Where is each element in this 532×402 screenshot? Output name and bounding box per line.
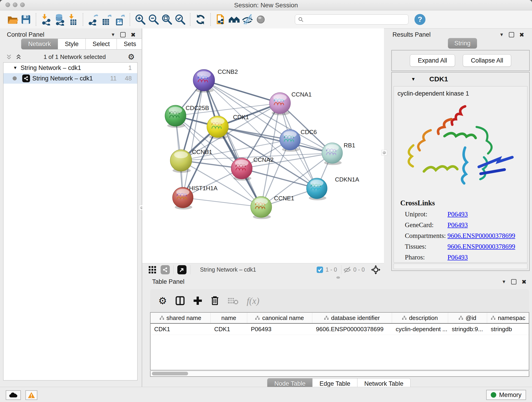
hidden-eye-slash-icon[interactable] bbox=[343, 266, 351, 273]
show-graphics-details-button[interactable] bbox=[228, 13, 241, 26]
close-panel-icon[interactable]: ✖ bbox=[521, 279, 526, 285]
zoom-selected-button[interactable] bbox=[173, 13, 187, 26]
show-columns-icon[interactable] bbox=[175, 296, 185, 306]
table-cell[interactable]: P06493 bbox=[247, 324, 312, 335]
column-header-name[interactable]: name bbox=[210, 313, 247, 323]
save-session-button[interactable] bbox=[19, 13, 32, 26]
hscrollbar-thumb[interactable] bbox=[152, 372, 188, 375]
close-panel-icon[interactable]: ✖ bbox=[519, 32, 524, 38]
network-edge[interactable] bbox=[183, 198, 261, 207]
network-svg[interactable]: CCNB2CCNA1CDC25BCDK1CDC6RB1CCNB1CCNA2CDK… bbox=[142, 28, 384, 263]
import-table-file-button[interactable] bbox=[66, 13, 80, 26]
selected-checkbox-icon[interactable] bbox=[317, 266, 323, 273]
function-builder-icon[interactable]: f(x) bbox=[247, 295, 260, 306]
cloud-status-button[interactable] bbox=[6, 390, 21, 400]
float-panel-icon[interactable] bbox=[120, 32, 126, 37]
export-image-button[interactable] bbox=[113, 13, 127, 26]
show-all-button[interactable] bbox=[254, 13, 267, 26]
birds-eye-view-icon[interactable] bbox=[371, 265, 381, 275]
crosslink-link[interactable]: 9606.ENSP00000378699 bbox=[447, 232, 515, 240]
delete-column-icon[interactable] bbox=[210, 296, 219, 306]
zoom-fit-button[interactable] bbox=[160, 13, 173, 26]
export-network-button[interactable] bbox=[87, 13, 100, 26]
network-node-CCNA1[interactable] bbox=[269, 93, 291, 115]
network-collection-row[interactable]: ▼ String Network – cdk1 1 bbox=[3, 63, 137, 73]
title-bar: Session: New Session bbox=[0, 0, 532, 10]
grid-view-icon[interactable] bbox=[148, 266, 157, 274]
column-header--id[interactable]: @id bbox=[448, 313, 487, 323]
table-cell[interactable]: stringdb bbox=[487, 324, 529, 335]
network-node-CCNA2[interactable] bbox=[231, 158, 252, 181]
refresh-view-button[interactable] bbox=[194, 13, 207, 26]
network-node-CDC25B[interactable] bbox=[165, 105, 186, 128]
detach-view-button[interactable] bbox=[177, 265, 186, 274]
close-panel-icon[interactable]: ✖ bbox=[131, 32, 136, 38]
table-cell[interactable]: CDK1 bbox=[210, 324, 247, 335]
network-row[interactable]: String Network – cdk1 11 48 bbox=[3, 73, 137, 84]
column-header-description[interactable]: description bbox=[392, 313, 448, 323]
export-image-icon bbox=[114, 13, 126, 26]
network-canvas[interactable]: CCNB2CCNA1CDC25BCDK1CDC6RB1CCNB1CCNA2CDK… bbox=[142, 28, 384, 263]
panel-menu-caret-icon[interactable]: ▼ bbox=[499, 32, 504, 37]
table-hscrollbar[interactable] bbox=[150, 371, 529, 377]
import-network-database-button[interactable] bbox=[53, 13, 66, 26]
collapse-all-chevrons-icon[interactable] bbox=[6, 54, 12, 60]
hide-selected-button[interactable] bbox=[241, 13, 254, 26]
open-session-button[interactable] bbox=[6, 13, 19, 26]
tab-select[interactable]: Select bbox=[86, 38, 117, 50]
network-edge[interactable] bbox=[242, 168, 317, 188]
gear-icon[interactable]: ⚙ bbox=[128, 52, 135, 61]
network-edge[interactable] bbox=[204, 80, 280, 103]
zoom-out-button[interactable] bbox=[147, 13, 160, 26]
zoom-in-button[interactable] bbox=[133, 13, 147, 26]
network-edge[interactable] bbox=[204, 80, 332, 153]
network-node-CDKN1A[interactable] bbox=[307, 178, 327, 200]
warnings-button[interactable] bbox=[25, 390, 37, 400]
section-collapse-caret-icon[interactable]: ▼ bbox=[411, 77, 416, 82]
import-network-file-button[interactable] bbox=[40, 13, 53, 26]
table-cell[interactable]: stringdb:9... bbox=[448, 324, 487, 335]
crosslink-link[interactable]: 9606.ENSP00000378699 bbox=[447, 243, 515, 250]
results-hscrollbar[interactable] bbox=[394, 264, 527, 269]
network-view-mode-icon[interactable] bbox=[161, 265, 170, 274]
network-edge[interactable] bbox=[183, 80, 204, 198]
network-node-CCNE1[interactable] bbox=[251, 196, 272, 219]
panel-menu-caret-icon[interactable]: ▼ bbox=[501, 279, 506, 284]
column-header-shared-name[interactable]: shared name bbox=[151, 313, 210, 323]
delete-table-icon[interactable] bbox=[228, 297, 239, 305]
open-folder-icon bbox=[7, 13, 19, 26]
search-input[interactable] bbox=[304, 16, 405, 23]
network-from-clipboard-button[interactable] bbox=[214, 13, 228, 26]
table-body: CDK1CDK1P064939606.ENSP00000378699cyclin… bbox=[151, 324, 529, 335]
help-button[interactable]: ? bbox=[414, 14, 425, 25]
column-header-database-identifier[interactable]: database identifier bbox=[312, 313, 392, 323]
add-column-icon[interactable] bbox=[193, 296, 202, 305]
tab-string[interactable]: String bbox=[448, 38, 477, 49]
memory-button[interactable]: Memory bbox=[486, 390, 526, 400]
crosslink-link[interactable]: P06493 bbox=[447, 211, 468, 218]
tab-network[interactable]: Network bbox=[21, 38, 58, 50]
column-header-canonical-name[interactable]: canonical name bbox=[247, 313, 312, 323]
network-node-CCNB1[interactable] bbox=[170, 150, 192, 173]
network-node-CDC6[interactable] bbox=[280, 129, 300, 152]
float-panel-icon[interactable] bbox=[511, 279, 516, 284]
tab-style[interactable]: Style bbox=[58, 38, 86, 50]
network-node-RB1[interactable] bbox=[322, 143, 342, 165]
collapse-all-button[interactable]: Collapse All bbox=[463, 54, 511, 67]
table-cell[interactable]: 9606.ENSP00000378699 bbox=[312, 324, 392, 335]
export-table-button[interactable] bbox=[100, 13, 113, 26]
expand-all-button[interactable]: Expand All bbox=[410, 54, 455, 67]
network-node-CDK1[interactable] bbox=[207, 116, 228, 139]
float-panel-icon[interactable] bbox=[509, 32, 514, 37]
table-settings-gear-icon[interactable]: ⚙ bbox=[158, 295, 167, 306]
table-cell[interactable]: cyclin-dependent ... bbox=[392, 324, 448, 335]
tree-expand-caret-icon[interactable]: ▼ bbox=[13, 65, 17, 70]
network-selection-status: 1 of 1 Network selected bbox=[22, 53, 128, 61]
tab-sets[interactable]: Sets bbox=[117, 38, 143, 50]
crosslink-link[interactable]: P06493 bbox=[447, 254, 468, 261]
column-header-namespac[interactable]: namespac bbox=[487, 313, 529, 323]
expand-all-chevrons-icon[interactable] bbox=[16, 54, 22, 60]
table-cell[interactable]: CDK1 bbox=[151, 324, 210, 335]
crosslink-link[interactable]: P06493 bbox=[447, 221, 468, 229]
panel-menu-caret-icon[interactable]: ▼ bbox=[111, 32, 115, 37]
